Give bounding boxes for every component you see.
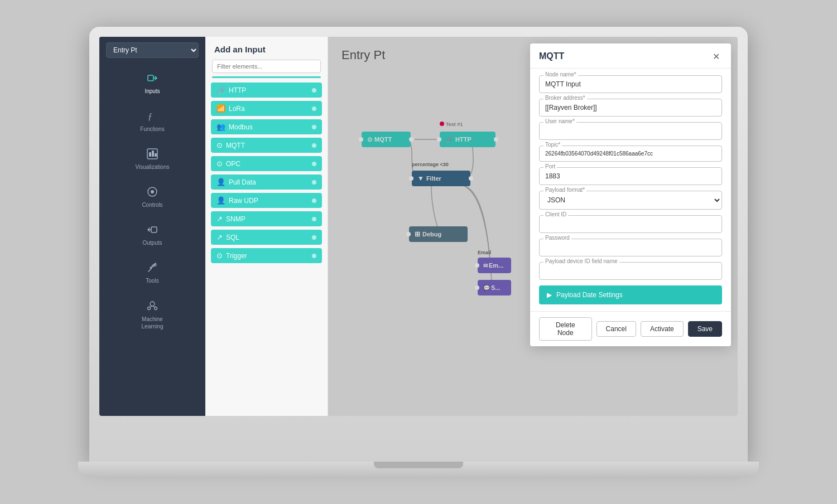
modal-close-button[interactable]: ✕ [710, 50, 722, 62]
trigger-label: Trigger [226, 252, 247, 260]
svg-rect-8 [151, 227, 157, 232]
field-payload-format: Payload format* JSON XML Plain Text [539, 191, 722, 210]
node-name-input[interactable] [539, 75, 722, 93]
rawudp-dot [312, 198, 316, 203]
field-node-name: Node name* [539, 75, 722, 93]
field-user-name: User name* [539, 122, 722, 140]
sidebar-item-functions[interactable]: ƒ Functions [99, 101, 205, 139]
panel-items: 🔗 HTTP 📶 LoRa 👥 [205, 83, 328, 416]
sidebar-item-ml[interactable]: MachineLearning [99, 291, 205, 337]
panel-item-snmp[interactable]: ↗ SNMP [211, 211, 322, 226]
tools-icon [145, 260, 160, 275]
trigger-dot [312, 254, 316, 258]
panel-filter[interactable] [212, 60, 321, 73]
sidebar-item-visualizations[interactable]: Visualizations [99, 139, 205, 177]
activate-button[interactable]: Activate [641, 321, 684, 337]
modbus-icon: 👥 [217, 123, 225, 131]
visualizations-icon [145, 146, 160, 162]
user-name-label: User name* [543, 118, 576, 124]
sidebar: Entry Pt Inputs [99, 37, 205, 416]
payload-format-label: Payload format* [543, 187, 586, 193]
payload-chevron-icon: ▶ [547, 291, 552, 299]
payload-date-settings[interactable]: ▶ Payload Date Settings [539, 285, 722, 304]
payload-device-id-input[interactable] [539, 262, 722, 280]
mqtt-dot [312, 143, 316, 148]
panel-item-mqtt[interactable]: ⊙ MQTT [211, 138, 322, 153]
svg-line-14 [152, 306, 156, 307]
panel-item-opc[interactable]: ⊙ OPC [211, 156, 322, 171]
sidebar-label-inputs: Inputs [145, 88, 160, 95]
rawudp-icon: 👤 [217, 196, 225, 205]
user-name-input[interactable] [539, 122, 722, 140]
sidebar-item-tools[interactable]: Tools [99, 253, 205, 291]
broker-address-input[interactable] [539, 99, 722, 117]
panel-item-http-left: 🔗 HTTP [217, 86, 246, 94]
panel-item-http[interactable]: 🔗 HTTP [211, 83, 322, 98]
client-id-label: Client ID [543, 211, 568, 217]
field-client-id: Client ID [539, 215, 722, 233]
lora-icon: 📶 [217, 104, 225, 113]
panel-item-trigger-left: ⊙ Trigger [217, 251, 247, 260]
topic-input[interactable] [539, 146, 722, 162]
panel-item-pulldata-left: 👤 Pull Data [217, 178, 256, 186]
svg-rect-5 [155, 153, 157, 157]
trigger-icon: ⊙ [217, 251, 223, 260]
panel-title: Add an Input [205, 37, 328, 57]
filter-input[interactable] [212, 60, 321, 73]
panel-divider [212, 76, 321, 78]
inputs-icon [145, 70, 160, 86]
screen: Entry Pt Inputs [99, 37, 738, 416]
snmp-label: SNMP [226, 215, 246, 223]
canvas: Entry Pt [328, 37, 738, 416]
broker-address-label: Broker address* [543, 95, 587, 101]
sql-dot [312, 235, 316, 240]
modal-header: MQTT ✕ [530, 43, 731, 69]
client-id-input[interactable] [539, 215, 722, 233]
input-panel: Add an Input 🔗 HTTP 📶 [205, 37, 328, 416]
panel-item-lora[interactable]: 📶 LoRa [211, 101, 322, 116]
outputs-icon [145, 222, 160, 238]
opc-icon: ⊙ [217, 159, 223, 168]
field-topic: Topic* [539, 146, 722, 162]
mqtt-panel-icon: ⊙ [217, 141, 223, 149]
save-button[interactable]: Save [688, 321, 722, 337]
http-icon: 🔗 [217, 86, 225, 94]
cancel-button[interactable]: Cancel [597, 321, 636, 337]
http-dot [312, 88, 316, 93]
password-label: Password [543, 235, 571, 241]
svg-rect-3 [149, 152, 151, 157]
pulldata-icon: 👤 [217, 178, 225, 186]
delete-node-button[interactable]: Delete Node [539, 317, 592, 341]
sidebar-item-inputs[interactable]: Inputs [99, 64, 205, 101]
svg-point-12 [155, 307, 157, 310]
panel-item-mqtt-left: ⊙ MQTT [217, 141, 245, 149]
sidebar-item-outputs[interactable]: Outputs [99, 215, 205, 253]
sidebar-nav: Inputs ƒ Functions [99, 64, 205, 416]
panel-item-pulldata[interactable]: 👤 Pull Data [211, 175, 322, 190]
svg-rect-4 [152, 151, 154, 157]
panel-item-opc-left: ⊙ OPC [217, 159, 240, 168]
panel-item-modbus-left: 👥 Modbus [217, 123, 253, 131]
field-password: Password [539, 239, 722, 256]
modal-title: MQTT [539, 51, 564, 61]
entry-point-select[interactable]: Entry Pt [106, 42, 199, 58]
modal-body: Node name* Broker address* User name* [530, 69, 731, 311]
svg-point-7 [151, 190, 154, 193]
field-port: Port [539, 167, 722, 185]
sidebar-label-visualizations: Visualizations [136, 164, 170, 171]
sidebar-label-controls: Controls [142, 202, 162, 209]
password-input[interactable] [539, 239, 722, 256]
payload-format-select[interactable]: JSON XML Plain Text [539, 191, 722, 210]
snmp-icon: ↗ [217, 215, 223, 223]
sidebar-label-outputs: Outputs [142, 240, 162, 246]
sidebar-label-tools: Tools [146, 278, 158, 284]
panel-item-rawudp[interactable]: 👤 Raw UDP [211, 193, 322, 208]
sidebar-item-controls[interactable]: Controls [99, 177, 205, 215]
port-input[interactable] [539, 167, 722, 185]
panel-item-sql[interactable]: ↗ SQL [211, 230, 322, 245]
ml-icon [145, 298, 160, 313]
lora-label: LoRa [229, 105, 245, 113]
panel-item-modbus[interactable]: 👥 Modbus [211, 119, 322, 134]
sidebar-dropdown[interactable]: Entry Pt [99, 37, 205, 64]
panel-item-trigger[interactable]: ⊙ Trigger [211, 248, 322, 263]
